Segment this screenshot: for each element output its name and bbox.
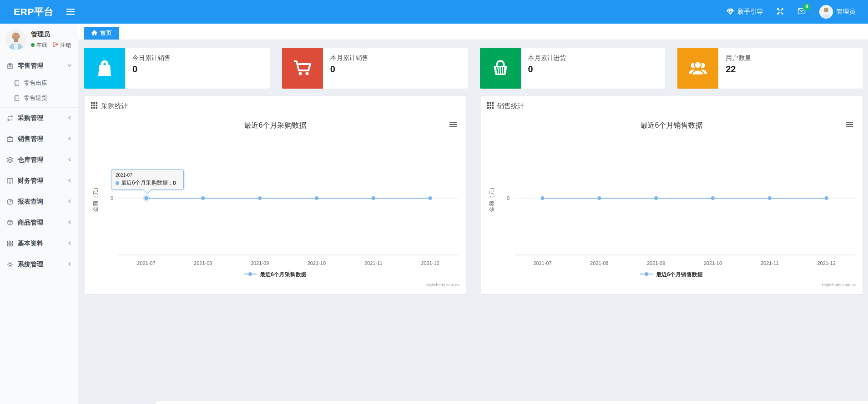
- sidebar-item-label: 基本资料: [18, 239, 43, 248]
- sales-stats-panel: 销售统计 最近6个月销售数据 0金额（元）2021-072021-082021-…: [480, 95, 863, 294]
- grid-icon: [6, 240, 14, 247]
- card-label: 今日累计销售: [132, 54, 171, 62]
- card-value: 22: [726, 64, 751, 75]
- legend-marker-icon: [244, 271, 257, 278]
- sidebar-item-label: 报表查询: [18, 198, 43, 206]
- sidebar-item-system[interactable]: 系统管理: [0, 254, 78, 275]
- sidebar-item-label: 仓库管理: [18, 156, 43, 164]
- tooltip-series: 最近6个月采购数据: [121, 179, 168, 187]
- svg-text:0: 0: [507, 195, 510, 201]
- sidebar-user-name: 管理员: [31, 30, 71, 39]
- stat-card-month-sales: 本月累计销售 0: [282, 48, 468, 89]
- svg-text:0: 0: [111, 195, 113, 201]
- sidebar-toggle-button[interactable]: [64, 6, 77, 18]
- fullscreen-button[interactable]: [777, 8, 784, 16]
- legend-label: 最近6个月销售数据: [656, 271, 703, 279]
- sidebar-item-label: 系统管理: [18, 260, 43, 269]
- logout-label: 注销: [60, 41, 71, 49]
- messages-button[interactable]: 0: [797, 8, 806, 16]
- sidebar-item-retail-returns[interactable]: 零售退货: [0, 90, 78, 105]
- online-status-label: 在线: [36, 41, 47, 49]
- sales-chart: 最近6个月销售数据 0金额（元）2021-072021-082021-09202…: [481, 115, 862, 294]
- logout-button[interactable]: 注销: [53, 41, 71, 49]
- chevron-left-icon: [67, 177, 72, 185]
- sidebar: 管理员 在线 注销 零售管理: [0, 24, 78, 404]
- th-grid-icon: [91, 102, 97, 110]
- panel-title: 销售统计: [497, 102, 525, 110]
- main-content: 首页 今日累计销售 0 本月累计销售 0: [78, 24, 868, 404]
- highcharts-credits-link[interactable]: Highcharts.com.cn: [425, 283, 459, 287]
- users-icon: [677, 48, 718, 89]
- series-marker-icon: [116, 181, 119, 185]
- highcharts-credits-link[interactable]: Highcharts.com.cn: [822, 283, 856, 287]
- chevron-left-icon: [67, 135, 72, 143]
- chevron-left-icon: [67, 261, 72, 268]
- home-icon: [91, 30, 97, 37]
- svg-text:2021-07: 2021-07: [533, 260, 551, 266]
- tooltip-separator: :: [170, 180, 171, 186]
- purchase-chart: 最近6个月采购数据 0金额（元）2021-072021-082021-09202…: [85, 115, 466, 294]
- legend-item[interactable]: 最近6个月采购数据: [85, 271, 466, 279]
- avatar: [819, 5, 833, 19]
- sign-out-icon: [53, 41, 59, 49]
- card-label: 用户数量: [726, 54, 751, 62]
- tab-label: 首页: [100, 29, 112, 37]
- shopping-bag-icon: [84, 48, 125, 89]
- sidebar-item-basic-data[interactable]: 基本资料: [0, 233, 78, 254]
- sidebar-item-label: 零售退货: [24, 94, 47, 102]
- sales-line-plot: 0金额（元）2021-072021-082021-092021-102021-1…: [481, 115, 862, 294]
- tab-home[interactable]: 首页: [84, 27, 119, 40]
- chevron-left-icon: [67, 156, 72, 164]
- svg-text:2021-12: 2021-12: [817, 260, 835, 266]
- sidebar-item-label: 零售出库: [24, 79, 47, 87]
- legend-item[interactable]: 最近6个月销售数据: [481, 271, 862, 279]
- user-menu[interactable]: 管理员: [819, 5, 855, 19]
- sidebar-item-warehouse[interactable]: 仓库管理: [0, 150, 78, 170]
- svg-text:2021-07: 2021-07: [137, 260, 155, 266]
- box-icon: [6, 219, 14, 226]
- avatar: [5, 29, 26, 50]
- card-value: 0: [132, 64, 171, 75]
- svg-text:2021-08: 2021-08: [590, 260, 608, 266]
- sidebar-item-reports[interactable]: 报表查询: [0, 191, 78, 212]
- chevron-left-icon: [67, 219, 72, 226]
- stat-cards-row: 今日累计销售 0 本月累计销售 0 本月累计进货 0: [78, 40, 868, 89]
- expand-arrows-icon: [777, 8, 784, 16]
- sidebar-item-label: 商品管理: [18, 219, 43, 227]
- breadcrumb: 首页: [78, 24, 868, 40]
- repeat-icon: [6, 115, 14, 122]
- sidebar-item-sales[interactable]: 销售管理: [0, 129, 78, 150]
- legend-label: 最近6个月采购数据: [260, 271, 307, 279]
- stat-card-today-sales: 今日累计销售 0: [84, 48, 270, 89]
- chevron-left-icon: [67, 240, 72, 247]
- svg-text:2021-11: 2021-11: [364, 260, 383, 266]
- sidebar-item-retail-outbound[interactable]: 零售出库: [0, 75, 78, 90]
- sidebar-item-retail[interactable]: 零售管理: [0, 56, 78, 75]
- file-icon: [14, 95, 20, 101]
- guide-label: 新手引导: [737, 8, 763, 16]
- shopping-cart-icon: [282, 48, 323, 89]
- sidebar-item-purchasing[interactable]: 采购管理: [0, 108, 78, 129]
- svg-text:2021-09: 2021-09: [647, 260, 665, 266]
- card-value: 0: [528, 64, 566, 75]
- diamond-icon: [727, 8, 734, 16]
- svg-text:2021-08: 2021-08: [194, 260, 212, 266]
- pie-chart-icon: [6, 198, 14, 205]
- app-header: ERP平台 新手引导 0 管理员: [0, 0, 868, 24]
- tooltip-date: 2021-07: [116, 173, 179, 178]
- sidebar-item-finance[interactable]: 财务管理: [0, 170, 78, 191]
- sidebar-item-products[interactable]: 商品管理: [0, 212, 78, 233]
- sidebar-item-label: 销售管理: [18, 135, 43, 143]
- layers-icon: [6, 156, 14, 164]
- briefcase-icon: [6, 135, 14, 143]
- sidebar-item-label: 采购管理: [18, 114, 43, 122]
- book-icon: [6, 177, 14, 185]
- svg-text:2021-09: 2021-09: [251, 260, 269, 266]
- chevron-left-icon: [67, 198, 72, 205]
- card-label: 本月累计进货: [528, 54, 566, 62]
- sidebar-user-panel: 管理员 在线 注销: [0, 24, 78, 55]
- guide-button[interactable]: 新手引导: [727, 8, 763, 16]
- svg-text:2021-12: 2021-12: [421, 260, 439, 266]
- chevron-down-icon: [67, 62, 72, 70]
- svg-text:2021-11: 2021-11: [761, 260, 779, 266]
